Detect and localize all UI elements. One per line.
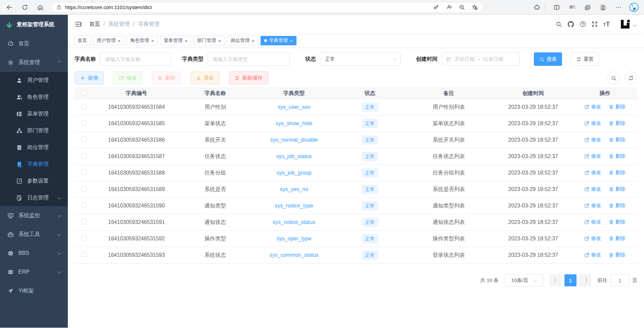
sidebar-item[interactable]: ERP	[0, 263, 68, 281]
read-aloud-icon[interactable]	[444, 2, 454, 13]
password-key-icon[interactable]	[431, 2, 442, 13]
view-tab[interactable]: 角色管理 ×	[127, 36, 158, 45]
row-edit-button[interactable]: 修改	[584, 137, 601, 143]
view-tab[interactable]: 字典管理 ×	[261, 36, 296, 45]
github-icon[interactable]	[567, 20, 574, 28]
row-delete-button[interactable]: 删除	[609, 137, 626, 143]
next-page-button[interactable]	[579, 274, 591, 286]
row-edit-button[interactable]: 修改	[584, 153, 601, 159]
sidebar-item[interactable]: 菜单管理	[0, 105, 68, 122]
dict-type-link[interactable]: sys_job_status	[276, 153, 312, 159]
toolbar-button[interactable]: 导出	[190, 72, 220, 84]
help-icon[interactable]	[580, 21, 586, 28]
tab-close-icon[interactable]: ×	[118, 38, 121, 43]
sidebar-item[interactable]: 首页	[0, 34, 68, 53]
collections-icon[interactable]	[582, 2, 594, 13]
sidebar-item[interactable]: 岗位管理	[0, 139, 68, 156]
sidebar-item[interactable]: BBS	[0, 244, 68, 263]
dict-type-link[interactable]: sys_oper_type	[277, 236, 312, 241]
row-checkbox[interactable]	[82, 186, 87, 191]
show-search-button[interactable]	[607, 72, 620, 84]
view-tab[interactable]: 首页	[74, 36, 91, 45]
row-edit-button[interactable]: 修改	[584, 104, 601, 110]
view-tab[interactable]: 岗位管理 ×	[227, 36, 258, 45]
view-tab[interactable]: 用户管理 ×	[93, 36, 124, 45]
sidebar-item[interactable]: 系统工具	[0, 225, 68, 244]
sidebar-item[interactable]: 用户管理	[0, 72, 68, 89]
sidebar-item[interactable]: 角色管理	[0, 89, 68, 105]
fullscreen-icon[interactable]	[591, 21, 598, 28]
breadcrumb-system[interactable]: 系统管理	[108, 21, 130, 28]
tab-close-icon[interactable]: ×	[218, 38, 221, 43]
row-checkbox[interactable]	[82, 235, 87, 241]
toolbar-button[interactable]: 删除	[152, 72, 181, 84]
sidebar-item[interactable]: 字典管理	[0, 156, 68, 173]
bing-copilot-icon[interactable]	[628, 2, 640, 13]
refresh-icon[interactable]	[19, 2, 31, 13]
page-number-button[interactable]: 1	[564, 274, 577, 286]
sidebar-item[interactable]: 日志管理	[0, 189, 68, 206]
more-ellipsis-icon[interactable]	[612, 2, 625, 13]
header-search-icon[interactable]	[555, 21, 562, 28]
address-bar[interactable]: https://ccnetcore.com:1101/system/dict	[51, 2, 484, 13]
row-checkbox[interactable]	[82, 120, 87, 126]
row-checkbox[interactable]	[82, 170, 87, 175]
app-logo[interactable]: 意框架管理系统	[0, 15, 68, 34]
breadcrumb-home[interactable]: 首页	[89, 21, 100, 28]
font-size-icon[interactable]: TT	[603, 20, 610, 28]
row-edit-button[interactable]: 修改	[584, 235, 601, 242]
row-edit-button[interactable]: 修改	[584, 219, 601, 225]
tab-close-icon[interactable]: ×	[251, 38, 255, 43]
row-delete-button[interactable]: 删除	[609, 186, 626, 192]
row-checkbox[interactable]	[82, 153, 87, 158]
row-delete-button[interactable]: 删除	[609, 170, 626, 176]
extensions-icon[interactable]	[531, 2, 543, 13]
sidebar-item[interactable]: Yi框架	[0, 281, 68, 300]
split-screen-icon[interactable]	[551, 2, 563, 13]
dict-type-link[interactable]: sys_yes_no	[280, 186, 308, 192]
row-delete-button[interactable]: 删除	[609, 104, 626, 110]
tab-close-icon[interactable]: ×	[185, 38, 188, 43]
view-tab[interactable]: 部门管理 ×	[193, 36, 225, 45]
row-delete-button[interactable]: 删除	[609, 219, 626, 225]
row-delete-button[interactable]: 删除	[609, 202, 626, 209]
toolbar-button[interactable]: 刷新缓存	[229, 72, 268, 84]
dict-type-link[interactable]: sys_job_group	[277, 170, 312, 176]
sidebar-item[interactable]: 部门管理	[0, 122, 68, 139]
row-delete-button[interactable]: 删除	[609, 153, 626, 159]
dict-type-link[interactable]: sys_common_status	[270, 252, 319, 258]
row-edit-button[interactable]: 修改	[584, 186, 601, 192]
refresh-table-button[interactable]	[625, 72, 637, 84]
favorites-hub-icon[interactable]	[566, 2, 578, 13]
sidebar-item[interactable]: 系统管理	[0, 53, 68, 72]
zoom-out-icon[interactable]	[456, 2, 467, 13]
row-edit-button[interactable]: 修改	[584, 120, 601, 127]
row-checkbox[interactable]	[82, 137, 87, 142]
view-tab[interactable]: 菜单管理 ×	[160, 36, 191, 45]
page-size-select[interactable]: 10条/页	[504, 274, 544, 286]
favorite-add-icon[interactable]	[469, 2, 480, 13]
search-button[interactable]: 搜索	[534, 52, 562, 66]
dict-type-input[interactable]	[208, 52, 290, 66]
dict-type-link[interactable]: sys_normal_disable	[270, 137, 318, 143]
goto-page-input[interactable]	[610, 274, 629, 286]
back-icon[interactable]	[3, 2, 15, 13]
toolbar-button[interactable]: 新增	[75, 72, 104, 84]
tab-close-icon[interactable]: ×	[290, 38, 293, 43]
date-range-picker[interactable]: 开始日期 - 结束日期	[442, 52, 520, 66]
dict-type-link[interactable]: sys_notice_type	[275, 203, 313, 208]
dict-type-link[interactable]: sys_notice_status	[273, 219, 315, 225]
dict-type-link[interactable]: sys_show_hide	[276, 121, 312, 126]
prev-page-button[interactable]	[550, 274, 562, 286]
row-delete-button[interactable]: 删除	[609, 120, 626, 127]
reset-button[interactable]: 重置	[571, 52, 599, 66]
row-edit-button[interactable]: 修改	[584, 170, 601, 176]
user-menu[interactable]	[619, 18, 636, 30]
home-icon[interactable]	[34, 2, 46, 13]
sidebar-fold-icon[interactable]	[75, 20, 82, 28]
status-select[interactable]: 正常	[320, 52, 401, 66]
row-edit-button[interactable]: 修改	[584, 202, 601, 209]
dict-type-link[interactable]: sys_user_sex	[278, 104, 311, 110]
row-checkbox[interactable]	[82, 219, 87, 224]
row-checkbox[interactable]	[82, 104, 87, 109]
